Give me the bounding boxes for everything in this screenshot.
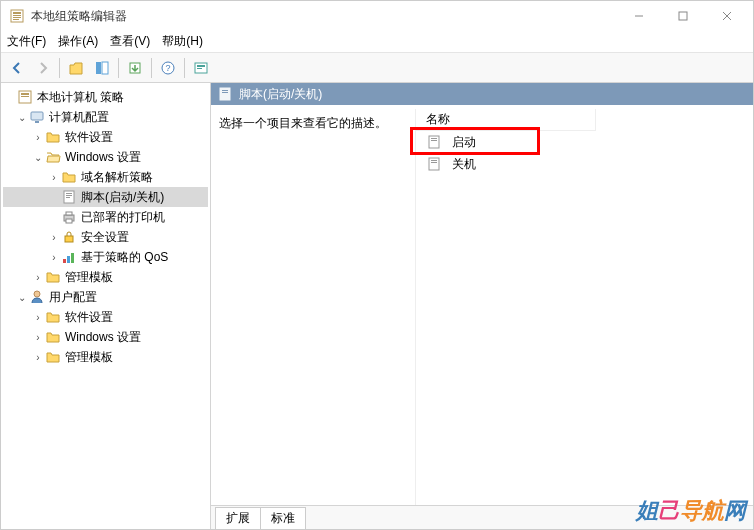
collapse-arrow-icon[interactable]: ›	[47, 252, 61, 263]
tree-label: 脚本(启动/关机)	[81, 189, 164, 206]
tab-standard[interactable]: 标准	[260, 507, 306, 529]
right-header-title: 脚本(启动/关机)	[239, 86, 322, 103]
folder-icon	[45, 309, 61, 325]
show-hide-tree-button[interactable]	[90, 56, 114, 80]
svg-rect-30	[63, 259, 66, 263]
tree-computer-config[interactable]: ⌄ 计算机配置	[3, 107, 208, 127]
user-icon	[29, 289, 45, 305]
tree-uc-software-settings[interactable]: › 软件设置	[3, 307, 208, 327]
collapse-arrow-icon[interactable]: ›	[31, 312, 45, 323]
script-icon	[426, 134, 442, 150]
menu-help[interactable]: 帮助(H)	[162, 33, 203, 50]
computer-icon	[29, 109, 45, 125]
collapse-arrow-icon[interactable]: ›	[31, 332, 45, 343]
tree-admin-templates[interactable]: › 管理模板	[3, 267, 208, 287]
tree-uc-admin-templates[interactable]: › 管理模板	[3, 347, 208, 367]
svg-rect-28	[66, 219, 72, 223]
svg-rect-4	[13, 19, 19, 20]
minimize-button[interactable]	[617, 1, 661, 31]
tree-label: 域名解析策略	[81, 169, 153, 186]
list-item-label: 启动	[452, 134, 476, 151]
list-area[interactable]: 名称 启动 关机	[416, 109, 753, 505]
toolbar-sep	[118, 58, 119, 78]
tree-policy-qos[interactable]: › 基于策略的 QoS	[3, 247, 208, 267]
svg-rect-18	[21, 93, 29, 95]
folder-icon	[45, 329, 61, 345]
window-title: 本地组策略编辑器	[31, 8, 617, 25]
help-button[interactable]: ?	[156, 56, 180, 80]
tree-label: 管理模板	[65, 349, 113, 366]
menu-action[interactable]: 操作(A)	[58, 33, 98, 50]
tree-security-settings[interactable]: › 安全设置	[3, 227, 208, 247]
tab-bar: 扩展 标准	[211, 505, 753, 529]
list-item-startup[interactable]: 启动	[416, 131, 753, 153]
svg-rect-38	[431, 138, 437, 139]
column-header-name[interactable]: 名称	[416, 109, 596, 131]
svg-rect-19	[21, 96, 29, 97]
tree-pane[interactable]: ▸ 本地计算机 策略 ⌄ 计算机配置 › 软件设置 ⌄ Windows 设置 ›	[1, 83, 211, 529]
svg-rect-15	[197, 65, 205, 67]
forward-button[interactable]	[31, 56, 55, 80]
svg-rect-29	[65, 236, 73, 242]
right-header: 脚本(启动/关机)	[211, 83, 753, 105]
tree-label: 软件设置	[65, 309, 113, 326]
svg-rect-37	[429, 136, 439, 148]
tree-name-resolution[interactable]: › 域名解析策略	[3, 167, 208, 187]
collapse-arrow-icon[interactable]: ›	[47, 232, 61, 243]
collapse-arrow-icon[interactable]: ›	[47, 172, 61, 183]
description-text: 选择一个项目来查看它的描述。	[219, 116, 387, 130]
menu-file[interactable]: 文件(F)	[7, 33, 46, 50]
collapse-arrow-icon[interactable]: ›	[31, 132, 45, 143]
tree-uc-windows-settings[interactable]: › Windows 设置	[3, 327, 208, 347]
tree-label: 软件设置	[65, 129, 113, 146]
svg-rect-31	[67, 256, 70, 263]
tab-extended[interactable]: 扩展	[215, 507, 261, 529]
folder-icon	[45, 129, 61, 145]
svg-rect-34	[220, 88, 230, 100]
gpedit-icon	[9, 8, 25, 24]
up-folder-button[interactable]	[64, 56, 88, 80]
svg-text:?: ?	[165, 63, 170, 73]
svg-rect-40	[429, 158, 439, 170]
collapse-arrow-icon[interactable]: ›	[31, 272, 45, 283]
back-button[interactable]	[5, 56, 29, 80]
menu-view[interactable]: 查看(V)	[110, 33, 150, 50]
export-button[interactable]	[123, 56, 147, 80]
list-item-shutdown[interactable]: 关机	[416, 153, 753, 175]
svg-rect-3	[13, 17, 21, 18]
svg-rect-16	[197, 68, 202, 69]
tree-scripts[interactable]: ▸ 脚本(启动/关机)	[3, 187, 208, 207]
column-header-label: 名称	[426, 111, 450, 128]
tree-label: 管理模板	[65, 269, 113, 286]
collapse-arrow-icon[interactable]: ›	[31, 352, 45, 363]
svg-rect-35	[222, 90, 228, 91]
expand-arrow-icon[interactable]: ⌄	[15, 292, 29, 303]
tree-label: 安全设置	[81, 229, 129, 246]
maximize-button[interactable]	[661, 1, 705, 31]
folder-icon	[61, 169, 77, 185]
svg-rect-32	[71, 253, 74, 263]
filter-button[interactable]	[189, 56, 213, 80]
expand-arrow-icon[interactable]: ⌄	[31, 152, 45, 163]
right-pane: 脚本(启动/关机) 选择一个项目来查看它的描述。 名称 启动 关	[211, 83, 753, 529]
tree-software-settings[interactable]: › 软件设置	[3, 127, 208, 147]
tree-label: 计算机配置	[49, 109, 109, 126]
toolbar: ?	[1, 53, 753, 83]
expand-arrow-icon[interactable]: ⌄	[15, 112, 29, 123]
tree-user-config[interactable]: ⌄ 用户配置	[3, 287, 208, 307]
tree-deployed-printers[interactable]: ▸ 已部署的打印机	[3, 207, 208, 227]
script-icon	[426, 156, 442, 172]
script-icon	[61, 189, 77, 205]
svg-rect-1	[13, 12, 21, 14]
tree-label: 基于策略的 QoS	[81, 249, 168, 266]
tree-label: 本地计算机 策略	[37, 89, 124, 106]
lock-icon	[61, 229, 77, 245]
tree-windows-settings[interactable]: ⌄ Windows 设置	[3, 147, 208, 167]
close-button[interactable]	[705, 1, 749, 31]
svg-point-33	[34, 291, 40, 297]
svg-rect-23	[66, 193, 72, 194]
qos-icon	[61, 249, 77, 265]
tree-root[interactable]: ▸ 本地计算机 策略	[3, 87, 208, 107]
tree-label: Windows 设置	[65, 149, 141, 166]
toolbar-sep	[184, 58, 185, 78]
